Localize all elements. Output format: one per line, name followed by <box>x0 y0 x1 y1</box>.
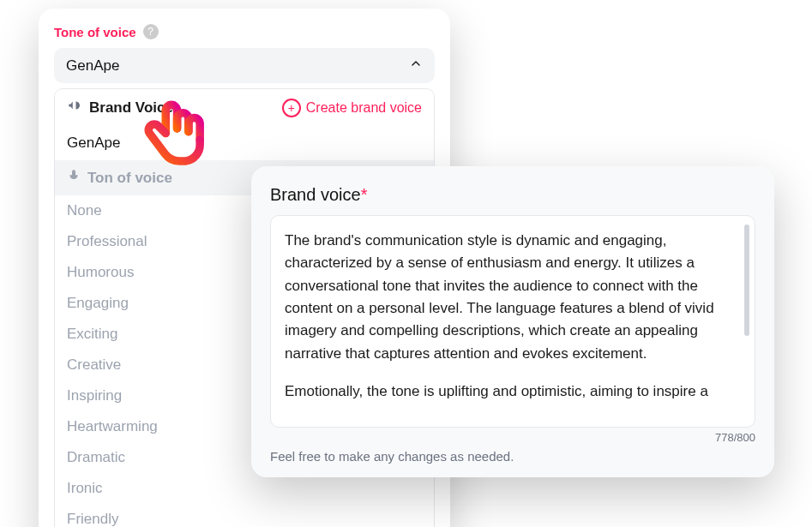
brand-voice-text-p1: The brand's communication style is dynam… <box>285 230 734 365</box>
required-star: * <box>361 185 368 204</box>
brand-voice-text-p2: Emotionally, the tone is uplifting and o… <box>285 380 734 403</box>
pointer-hand-icon <box>137 94 219 176</box>
chevron-up-icon <box>409 57 423 75</box>
tone-select[interactable]: GenApe <box>54 48 435 83</box>
tone-option[interactable]: Friendly <box>55 504 434 527</box>
megaphone-icon <box>67 98 82 117</box>
helper-text: Feel free to make any changes as needed. <box>270 449 755 464</box>
brand-voice-field-label: Brand voice* <box>270 185 755 205</box>
plus-circle-icon: + <box>282 99 301 117</box>
brand-voice-option-label: GenApe <box>67 135 120 152</box>
brand-voice-textarea[interactable]: The brand's communication style is dynam… <box>270 215 755 428</box>
tone-option[interactable]: Ironic <box>55 473 434 504</box>
scrollbar[interactable] <box>744 225 749 336</box>
char-count: 778/800 <box>270 431 755 444</box>
tone-header: Tone of voice ? <box>54 24 435 39</box>
brand-voice-editor: Brand voice* The brand's communication s… <box>251 166 774 477</box>
brand-voice-section-header: Brand Voice + Create brand voice <box>55 89 434 126</box>
microphone-icon <box>67 169 81 187</box>
brand-voice-option-genape[interactable]: GenApe <box>55 126 434 160</box>
help-icon[interactable]: ? <box>143 24 159 39</box>
tone-select-value: GenApe <box>66 57 119 75</box>
tone-header-label: Tone of voice <box>54 25 136 39</box>
create-brand-voice-label: Create brand voice <box>306 100 422 116</box>
create-brand-voice-button[interactable]: + Create brand voice <box>282 99 422 117</box>
